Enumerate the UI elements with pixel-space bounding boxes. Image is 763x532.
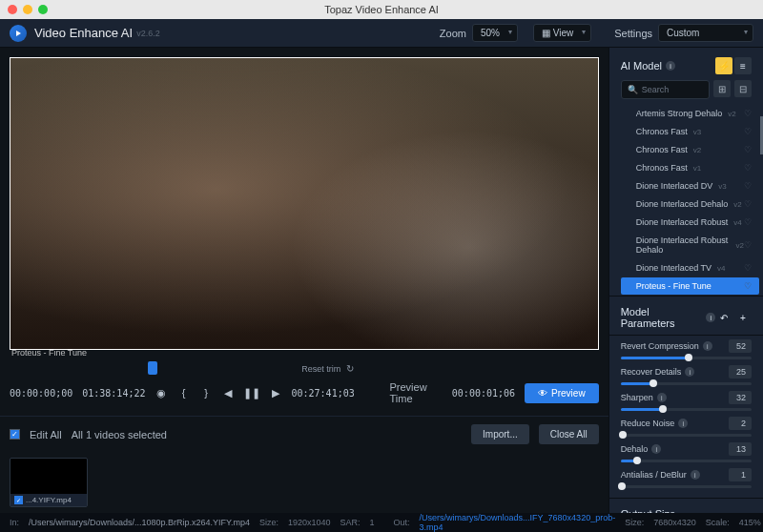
out-size: 7680x4320 [653,518,696,527]
param-slider[interactable] [621,485,752,488]
ai-model-header: AI Model i ⚡ ≡ [609,48,763,80]
preview-model-label: Proteus - Fine Tune [11,348,87,358]
in-path: /Users/wimarys/Downloads/...1080p.BrRip.… [29,518,250,527]
model-item[interactable]: Proteus - Fine Tune♡ [621,277,759,295]
in-label: In: [10,518,19,527]
param-value[interactable]: 25 [729,365,752,379]
param-row: Sharpeni32 [621,391,752,411]
preview-time-label: Preview Time [390,381,443,404]
video-frame[interactable] [10,57,599,350]
app-topbar: Video Enhance AI v2.6.2 Zoom 50% ▦ View … [0,19,763,48]
param-label: Revert Compression [621,341,699,351]
model-search-input[interactable]: 🔍 Search [621,80,710,99]
app-version: v2.6.2 [136,29,160,38]
zoom-label: Zoom [440,28,466,39]
step-forward-icon[interactable]: ▶ [269,385,281,400]
video-thumbnails: ✓ ...4.YIFY.mp4 [0,452,608,513]
list-view-icon[interactable]: ≡ [734,57,752,74]
param-value[interactable]: 32 [729,391,752,404]
search-filter-icon[interactable]: ⊟ [734,80,752,97]
param-slider[interactable] [621,357,752,359]
settings-label: Settings [614,28,652,39]
time-marker: 00:27:41;03 [292,388,355,399]
preview-button[interactable]: 👁 Preview [525,383,599,403]
view-control[interactable]: ▦ View [533,24,591,42]
in-size: 1920x1040 [288,518,331,527]
snapshot-icon[interactable]: ◉ [155,385,167,400]
model-list[interactable]: Artemis Strong Dehalov2♡Chronos Fastv3♡C… [609,105,763,296]
thumbnail-checkbox[interactable]: ✓ [14,496,23,504]
close-all-button[interactable]: Close All [539,424,599,444]
step-back-icon[interactable]: ◀ [222,385,235,400]
param-label: Reduce Noise [621,419,675,428]
model-item[interactable]: Chronos Fastv1♡ [621,159,759,176]
model-item[interactable]: Artemis Strong Dehalov2♡ [621,105,759,122]
settings-control: Settings Custom [614,24,753,42]
param-slider[interactable] [621,434,752,437]
preview-time-value: 00:00:01;06 [452,388,515,399]
thumbnail-filename: ...4.YIFY.mp4 [26,496,72,504]
model-item[interactable]: Dione Interlaced DVv3♡ [621,177,759,194]
app-name: Video Enhance AI [34,26,133,40]
model-item[interactable]: Chronos Fastv3♡ [621,123,759,140]
params-list: Revert Compressioni52Recover Detailsi25S… [609,335,763,498]
model-item[interactable]: Chronos Fastv2♡ [621,141,759,158]
param-label: Recover Details [621,367,682,377]
trim-handle[interactable] [148,361,157,375]
trim-bar[interactable]: Reset trim ↻ [10,363,599,374]
reset-trim-label[interactable]: Reset trim [301,364,340,374]
edit-all-checkbox[interactable]: ✓ [10,429,20,440]
info-icon[interactable]: i [703,341,712,351]
param-slider[interactable] [621,460,752,462]
minimize-window-button[interactable] [23,5,32,14]
info-icon[interactable]: i [666,61,675,71]
param-row: Antialias / DeBluri1 [621,468,752,488]
model-item[interactable]: Dione Interlaced TVv4♡ [621,259,759,276]
view-dropdown[interactable]: ▦ View [533,24,591,42]
add-icon[interactable]: + [734,309,752,326]
pause-icon[interactable]: ❚❚ [244,385,259,400]
window-title: Topaz Video Enhance AI [324,4,439,15]
param-value[interactable]: 52 [729,339,752,353]
scale-value: 415% [739,518,761,527]
model-item[interactable]: Dione Interlaced Robust Dehalov2♡ [621,232,759,258]
sar-label: SAR: [340,518,361,527]
video-preview-area: Proteus - Fine Tune [0,48,608,359]
video-thumbnail[interactable]: ✓ ...4.YIFY.mp4 [10,458,88,507]
param-value[interactable]: 1 [729,468,752,481]
maximize-window-button[interactable] [38,5,48,14]
time-start: 00:00:00;00 [10,388,72,399]
info-icon[interactable]: i [691,470,700,480]
model-item[interactable]: Dione Interlaced Robustv4♡ [621,214,759,231]
info-icon[interactable]: i [657,393,667,402]
param-value[interactable]: 13 [729,442,752,456]
param-value[interactable]: 2 [729,417,752,430]
param-slider[interactable] [621,408,752,411]
scale-label: Scale: [706,518,730,527]
model-params-header: Model Parameters i ↶ + [609,296,763,335]
reset-trim-icon[interactable]: ↻ [346,363,354,374]
param-slider[interactable] [621,382,752,385]
macos-titlebar: Topaz Video Enhance AI [0,0,763,19]
info-icon[interactable]: i [678,419,688,428]
settings-dropdown[interactable]: Custom [658,24,753,42]
param-row: Dehaloi13 [621,442,752,462]
bracket-right-icon[interactable]: } [199,385,212,400]
info-icon[interactable]: i [706,313,715,322]
param-label: Sharpen [621,393,653,402]
model-item[interactable]: Dione Interlaced Dehalov2♡ [621,195,759,213]
info-icon[interactable]: i [685,367,694,377]
bracket-left-icon[interactable]: { [177,385,190,400]
close-window-button[interactable] [8,5,17,14]
info-icon[interactable]: i [651,444,661,454]
param-label: Antialias / DeBlur [621,470,687,480]
app-logo-icon [10,25,27,42]
out-path: /Users/wimarys/Downloads...IFY_7680x4320… [420,513,616,532]
sar-value: 1 [370,518,375,527]
undo-icon[interactable]: ↶ [715,309,732,326]
lightning-icon[interactable]: ⚡ [715,57,732,74]
import-button[interactable]: Import... [471,424,529,444]
edit-all-label: Edit All [30,429,62,440]
zoom-dropdown[interactable]: 50% [472,24,518,42]
search-settings-icon[interactable]: ⊞ [713,80,731,97]
